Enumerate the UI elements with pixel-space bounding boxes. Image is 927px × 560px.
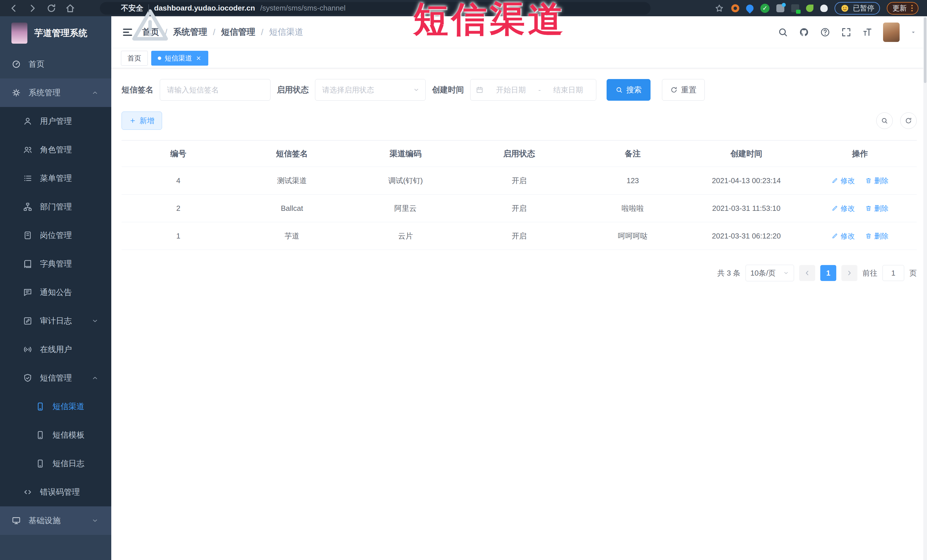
add-button[interactable]: 新增	[122, 112, 162, 130]
sidebar-item-label: 通知公告	[40, 287, 72, 298]
extension-ghost-icon[interactable]	[820, 5, 828, 12]
font-size-icon[interactable]	[862, 27, 873, 38]
delete-link[interactable]: 删除	[865, 231, 889, 241]
page-scrollbar[interactable]	[923, 16, 927, 560]
sidebar-item-dict-management[interactable]: 字典管理	[0, 250, 111, 278]
search-icon[interactable]	[778, 27, 788, 38]
next-page-button[interactable]	[841, 265, 857, 281]
extension-check-icon[interactable]: ✓	[760, 4, 769, 13]
pencil-icon	[831, 177, 838, 184]
sidebar-item-sms-log[interactable]: 短信日志	[0, 449, 111, 478]
trash-icon	[865, 177, 872, 184]
sidebar-item-sms-management[interactable]: 短信管理	[0, 364, 111, 392]
show-search-button[interactable]	[876, 112, 893, 129]
refresh-icon	[670, 86, 678, 94]
page-size-value: 10条/页	[751, 268, 775, 278]
sidebar-item-error-code-management[interactable]: 错误码管理	[0, 478, 111, 506]
sidebar-item-role-management[interactable]: 角色管理	[0, 135, 111, 164]
sidebar-item-dept-management[interactable]: 部门管理	[0, 193, 111, 221]
extension-grid-icon[interactable]	[777, 4, 784, 12]
not-secure-warning-icon	[107, 4, 116, 12]
emoji-face-icon	[840, 4, 849, 13]
main-area: 首页 / 系统管理 / 短信管理 / 短信渠道 首页	[111, 16, 927, 560]
monitor-icon	[11, 516, 21, 525]
page-size-select[interactable]: 10条/页	[746, 265, 794, 281]
list-icon	[23, 173, 32, 183]
date-range-picker[interactable]: 开始日期 - 结束日期	[470, 79, 596, 101]
delete-link[interactable]: 删除	[865, 176, 889, 185]
help-icon[interactable]	[820, 27, 831, 38]
sidebar-item-sms-channel[interactable]: 短信渠道	[0, 392, 111, 421]
paused-badge[interactable]: 已暂停	[834, 2, 880, 15]
chat-bubble-icon	[23, 288, 32, 297]
edit-label: 修改	[840, 231, 855, 241]
topbar: 首页 / 系统管理 / 短信管理 / 短信渠道	[111, 16, 927, 48]
browser-menu-icon[interactable]	[911, 5, 913, 11]
goto-label: 前往	[863, 268, 877, 278]
sign-input[interactable]	[160, 79, 271, 101]
chevron-right-icon	[846, 269, 853, 277]
edit-link[interactable]: 修改	[831, 231, 855, 241]
dashboard-icon	[11, 59, 21, 69]
search-button[interactable]: 搜索	[606, 79, 650, 101]
sidebar-item-online-users[interactable]: 在线用户	[0, 335, 111, 364]
edit-link[interactable]: 修改	[831, 176, 855, 185]
cell-status: 开启	[462, 203, 576, 213]
browser-back-icon[interactable]	[9, 3, 19, 14]
browser-forward-icon[interactable]	[27, 3, 38, 14]
sidebar-item-infrastructure[interactable]: 基础设施	[0, 506, 111, 535]
sidebar-item-label: 短信管理	[40, 373, 72, 383]
close-icon[interactable]	[195, 55, 202, 61]
fullscreen-icon[interactable]	[841, 27, 852, 38]
page-number-button[interactable]: 1	[820, 265, 836, 281]
scrollbar-thumb[interactable]	[924, 17, 926, 83]
cell-remark: 啦啦啦	[576, 203, 690, 213]
edit-link[interactable]: 修改	[831, 204, 855, 213]
extension-badge-icon[interactable]	[791, 4, 799, 12]
browser-update-button[interactable]: 更新	[887, 2, 918, 15]
url-host: dashboard.yudao.iocoder.cn	[154, 4, 255, 12]
sidebar-logo[interactable]: 芋道管理系统	[0, 16, 111, 50]
sidebar-item-user-management[interactable]: 用户管理	[0, 107, 111, 135]
sidebar-item-notice-announcement[interactable]: 通知公告	[0, 278, 111, 307]
prev-page-button[interactable]	[799, 265, 815, 281]
sidebar-item-sms-template[interactable]: 短信模板	[0, 421, 111, 449]
sidebar-item-label: 短信模板	[53, 429, 84, 440]
tab-home[interactable]: 首页	[121, 51, 148, 65]
extension-pin-icon[interactable]	[745, 3, 755, 14]
sidebar-item-post-management[interactable]: 岗位管理	[0, 221, 111, 250]
sidebar-item-system-management[interactable]: 系统管理	[0, 79, 111, 107]
status-select[interactable]: 请选择启用状态	[315, 79, 426, 101]
sidebar-item-home[interactable]: 首页	[0, 50, 111, 79]
browser-home-icon[interactable]	[65, 3, 75, 14]
reset-button-label: 重置	[681, 85, 696, 95]
app-frame: 芋道管理系统 首页 系统管理 用户管理 角色管理 菜单管理 部门管理	[0, 16, 927, 560]
column-header: 短信签名	[235, 148, 349, 159]
cell-actions: 修改 删除	[803, 231, 917, 241]
tab-sms-channel[interactable]: 短信渠道	[151, 51, 208, 65]
bookmark-star-icon[interactable]	[714, 3, 725, 14]
chevron-down-icon	[91, 317, 99, 325]
avatar-caret-down-icon[interactable]	[910, 29, 917, 36]
goto-page-input[interactable]	[883, 265, 904, 281]
sidebar-item-audit-log[interactable]: 审计日志	[0, 307, 111, 335]
table-header-row: 编号 短信签名 渠道编码 启用状态 备注 创建时间 操作	[122, 141, 917, 167]
delete-link[interactable]: 删除	[865, 204, 889, 213]
extension-icon[interactable]	[731, 4, 739, 12]
column-header: 操作	[803, 148, 917, 159]
breadcrumb-item[interactable]: 短信管理	[221, 26, 255, 38]
cell-created: 2021-03-31 06:12:20	[690, 232, 803, 240]
sidebar-item-label: 角色管理	[40, 144, 72, 155]
refresh-table-button[interactable]	[900, 112, 917, 129]
address-bar[interactable]: 不安全 dashboard.yudao.iocoder.cn/system/sm…	[100, 2, 650, 15]
github-icon[interactable]	[799, 27, 810, 38]
page-content: 短信签名 启用状态 请选择启用状态 创建时间 开始日期 - 结束日期 搜索	[111, 68, 927, 560]
user-avatar[interactable]	[883, 23, 900, 42]
sidebar-item-menu-management[interactable]: 菜单管理	[0, 164, 111, 193]
cell-actions: 修改 删除	[803, 204, 917, 213]
extension-leaf-icon[interactable]	[806, 5, 813, 12]
reset-button[interactable]: 重置	[662, 79, 705, 101]
cell-status: 开启	[462, 231, 576, 241]
browser-reload-icon[interactable]	[46, 3, 56, 14]
cell-remark: 呵呵呵哒	[576, 231, 690, 241]
